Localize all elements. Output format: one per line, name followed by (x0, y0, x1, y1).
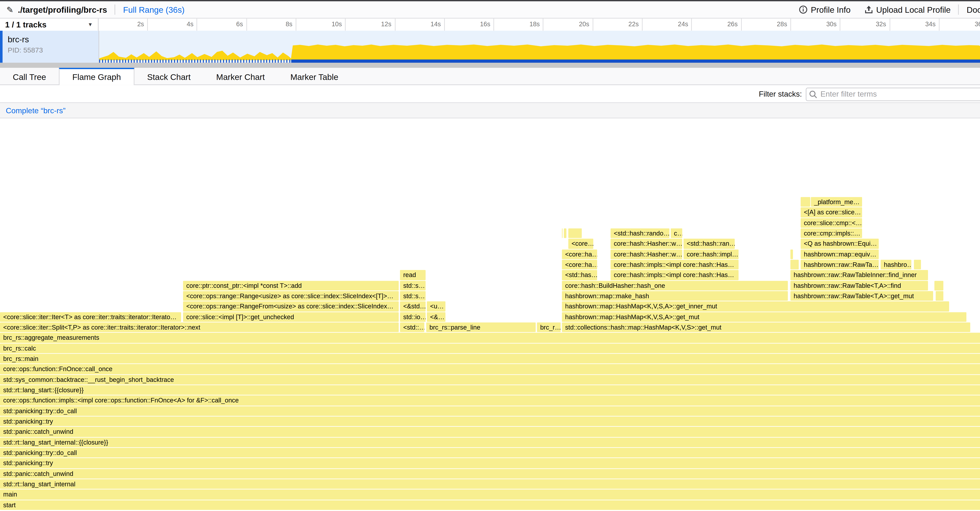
flame-box[interactable]: _platform_me… (811, 197, 862, 207)
track-row-brc-rs[interactable]: brc-rs PID: 55873 (0, 31, 980, 63)
flame-box[interactable]: hashbrown::map::HashMap<K,V,S,A>::get_mu… (562, 312, 966, 322)
flame-box[interactable]: std::panicking::try (0, 458, 980, 468)
flame-box[interactable]: core::hash::impls::<impl core::hash::Has… (611, 260, 738, 270)
flame-box[interactable]: <&std… (400, 302, 426, 311)
flame-box[interactable]: core::ptr::const_ptr::<impl *const T>::a… (183, 281, 399, 290)
flame-box[interactable]: hashbrown::raw::RawTable<T,A>::find (791, 281, 928, 290)
tab-marker-table[interactable]: Marker Table (278, 68, 351, 84)
flame-box[interactable]: core::hash::Hasher::w… (611, 239, 682, 249)
flame-box[interactable]: start (0, 500, 980, 510)
docs-button[interactable]: Docs (967, 5, 980, 14)
flame-box[interactable]: <core… (568, 239, 593, 249)
flame-box[interactable]: hashbrown::raw::RawTable<T,A>::get_mut (791, 291, 933, 301)
flame-box[interactable]: brc_rs::aggregate_measurements (0, 333, 980, 343)
ruler-tick-line (345, 19, 346, 31)
flame-box[interactable]: std::panicking::try::do_call (0, 448, 980, 457)
flame-box[interactable]: std::collections::hash::map::HashMap<K,V… (562, 322, 970, 332)
flame-box[interactable]: <core::ops::range::Range<usize> as core:… (183, 291, 399, 301)
flame-box[interactable]: <&… (427, 312, 445, 322)
flame-box[interactable]: <core::ops::range::RangeFrom<usize> as c… (183, 302, 399, 311)
flame-box[interactable]: c… (671, 229, 682, 238)
flame-box[interactable]: std::rt::lang_start_internal::{{closure}… (0, 437, 980, 447)
flame-box[interactable]: <u… (427, 302, 445, 311)
divider (958, 5, 959, 15)
tab-flame-graph[interactable]: Flame Graph (59, 68, 134, 85)
flame-box[interactable]: read (400, 270, 426, 280)
flame-box[interactable]: std::panicking::try::do_call (0, 406, 980, 416)
flame-box[interactable] (801, 197, 810, 207)
flame-box[interactable]: <core::slice::iter::Iter<T> as core::ite… (0, 312, 181, 322)
flame-box[interactable]: core::hash::Hasher::w… (611, 249, 682, 259)
flame-box[interactable]: core::slice::cmp::<… (801, 218, 862, 228)
tab-call-tree[interactable]: Call Tree (0, 68, 59, 84)
filter-stacks-input[interactable] (806, 87, 980, 101)
flame-box[interactable] (791, 249, 793, 259)
flame-box[interactable]: std::panic::catch_unwind (0, 427, 980, 437)
upload-profile-button[interactable]: Upload Local Profile (865, 5, 951, 14)
flame-box[interactable] (791, 260, 799, 270)
flame-box[interactable] (564, 229, 566, 238)
flame-box[interactable]: <std::… (400, 322, 424, 332)
flame-box[interactable]: main (0, 490, 980, 500)
tab-stack-chart[interactable]: Stack Chart (134, 68, 203, 84)
ruler-tick-label: 30s (798, 21, 837, 27)
flame-box[interactable]: core::ops::function::FnOnce::call_once (0, 364, 980, 374)
flame-box[interactable]: core::hash::BuildHasher::hash_one (562, 281, 788, 290)
pencil-icon[interactable]: ✎ (6, 5, 14, 14)
flame-box[interactable]: core::hash::impl… (684, 249, 738, 259)
flame-box[interactable]: core::slice::<impl [T]>::get_unchecked (183, 312, 399, 322)
flame-box[interactable]: core::ops::function::impls::<impl core::… (0, 395, 980, 405)
flame-box[interactable]: hashbrown::raw::RawTa… (801, 260, 879, 270)
flame-box[interactable]: core::cmp::impls::… (801, 229, 862, 238)
flame-box[interactable]: hashbrown::raw::RawTableInner::find_inne… (791, 270, 928, 280)
ruler-tick-line (642, 19, 643, 31)
flame-box[interactable]: std::panicking::try (0, 416, 980, 426)
flame-graph[interactable]: _platform_me…<[A] as core::slice…core::s… (0, 119, 980, 511)
ruler-tick-label: 16s (452, 21, 490, 27)
flame-box[interactable] (562, 229, 563, 238)
flame-box[interactable]: <[A] as core::slice… (801, 208, 862, 217)
flame-box[interactable]: std::rt::lang_start::{{closure}} (0, 385, 980, 395)
flame-box[interactable]: <std::has… (562, 270, 597, 280)
ruler-tick-line (889, 19, 890, 31)
flame-box[interactable]: brc_rs::parse_line (426, 322, 536, 332)
flame-box[interactable]: std::io… (400, 312, 426, 322)
flame-box[interactable]: std::s… (400, 281, 426, 290)
ruler-tick-label: 6s (205, 21, 243, 27)
divider (115, 5, 115, 15)
flame-box[interactable] (934, 281, 943, 290)
tracks-dropdown[interactable]: 1 / 1 tracks ▼ (0, 19, 99, 31)
flame-box[interactable]: hashbrown::map::HashMap<K,V,S,A>::get_in… (562, 302, 949, 311)
ruler-tick-line (296, 19, 296, 31)
flame-box[interactable]: brc_rs::main (0, 354, 980, 363)
breadcrumb-complete-range[interactable]: Complete “brc-rs” (6, 106, 65, 115)
flame-box[interactable]: <std::hash::ran… (684, 239, 735, 249)
tab-marker-chart[interactable]: Marker Chart (204, 68, 278, 84)
profiler-window: ✎ ./target/profiling/brc-rs Full Range (… (0, 0, 980, 511)
flame-box[interactable]: std::panic::catch_unwind (0, 469, 980, 478)
flame-box[interactable] (568, 229, 582, 238)
flame-box[interactable]: <std::hash::rando… (611, 229, 669, 238)
flame-box[interactable]: hashbrown::map::make_hash (562, 291, 788, 301)
flame-box[interactable]: core::hash::impls::<impl core::hash::Has… (611, 270, 738, 280)
ruler-tick-label: 20s (551, 21, 589, 27)
cpu-activity-graph[interactable] (99, 31, 980, 63)
profile-info-button[interactable]: Profile Info (799, 5, 851, 14)
flame-box[interactable]: hashbro… (881, 260, 912, 270)
flame-box[interactable]: brc_rs::calc (0, 343, 980, 353)
flame-box[interactable] (914, 260, 921, 270)
flame-box[interactable]: std::sys_common::backtrace::__rust_begin… (0, 375, 980, 384)
track-label-panel[interactable]: brc-rs PID: 55873 (0, 31, 99, 63)
timeline-ruler[interactable]: 2s4s6s8s10s12s14s16s18s20s22s24s26s28s30… (99, 19, 980, 31)
flame-box[interactable]: std::s… (400, 291, 426, 301)
flame-box[interactable]: std::rt::lang_start_internal (0, 479, 980, 489)
flame-box[interactable] (936, 291, 943, 301)
full-range-button[interactable]: Full Range (36s) (123, 5, 185, 14)
flame-box[interactable]: <Q as hashbrown::Equi… (801, 239, 879, 249)
flame-box[interactable]: <core::slice::iter::Split<T,P> as core::… (0, 322, 399, 332)
flame-box[interactable]: hashbrown::map::equiv… (801, 249, 879, 259)
flame-box[interactable]: brc_r… (537, 322, 561, 332)
flame-box[interactable]: <core::ha… (562, 260, 597, 270)
flame-box[interactable]: <core::ha… (562, 249, 597, 259)
track-name: brc-rs (8, 35, 94, 44)
